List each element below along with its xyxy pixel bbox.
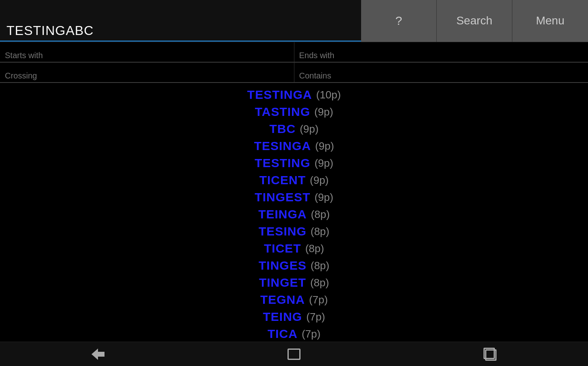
result-word: TEINGA: [258, 207, 307, 221]
help-button[interactable]: ?: [361, 0, 437, 42]
search-input[interactable]: [7, 23, 361, 38]
result-points: (7p): [302, 328, 320, 340]
result-points: (8p): [310, 277, 329, 289]
search-input-wrapper: [0, 0, 361, 41]
result-word: TICENT: [259, 173, 306, 187]
result-points: (8p): [311, 225, 329, 238]
result-points: (9p): [315, 140, 334, 152]
result-word: TESINGA: [254, 139, 311, 153]
result-row[interactable]: TINGEST(9p): [0, 189, 588, 206]
result-word: TESTING: [255, 156, 310, 170]
result-points: (7p): [309, 294, 328, 306]
result-row[interactable]: TESTINGA(10p): [0, 86, 588, 103]
filter-bar2: [0, 63, 588, 83]
result-points: (8p): [305, 242, 324, 255]
result-word: TASTING: [255, 105, 310, 119]
results-container: TESTINGA(10p)TASTING(9p)TBC(9p)TESINGA(9…: [0, 83, 588, 342]
result-row[interactable]: TEINGA(8p): [0, 206, 588, 223]
top-bar: ? Search Menu: [0, 0, 588, 42]
result-row[interactable]: TEING(7p): [0, 308, 588, 325]
result-points: (10p): [316, 89, 341, 101]
result-row[interactable]: TICA(7p): [0, 325, 588, 342]
result-row[interactable]: TINGES(8p): [0, 257, 588, 274]
result-points: (9p): [314, 157, 333, 170]
result-points: (9p): [310, 174, 329, 187]
menu-button[interactable]: Menu: [512, 0, 588, 42]
result-word: TESTINGA: [247, 88, 312, 102]
result-points: (9p): [314, 191, 333, 204]
home-nav-button[interactable]: [278, 344, 310, 364]
result-row[interactable]: TICENT(9p): [0, 172, 588, 189]
result-points: (9p): [314, 106, 333, 118]
result-row[interactable]: TEGNA(7p): [0, 291, 588, 308]
result-row[interactable]: TASTING(9p): [0, 103, 588, 120]
result-word: TINGET: [259, 276, 306, 290]
result-word: TESING: [259, 224, 307, 238]
result-row[interactable]: TESINGA(9p): [0, 137, 588, 155]
result-row[interactable]: TINGET(8p): [0, 274, 588, 291]
contains-input[interactable]: [299, 71, 588, 81]
result-points: (8p): [311, 259, 329, 272]
result-word: TICA: [268, 327, 298, 341]
starts-with-input[interactable]: [5, 51, 294, 60]
result-points: (9p): [300, 123, 318, 135]
result-row[interactable]: TBC(9p): [0, 120, 588, 137]
bottom-nav: [0, 342, 588, 366]
result-word: TICET: [264, 242, 301, 255]
result-word: TEGNA: [260, 293, 305, 307]
result-row[interactable]: TESTING(9p): [0, 155, 588, 172]
recents-nav-button[interactable]: [474, 344, 506, 364]
back-nav-button[interactable]: [82, 344, 114, 364]
result-row[interactable]: TESING(8p): [0, 223, 588, 240]
search-button[interactable]: Search: [437, 0, 512, 42]
svg-rect-1: [97, 352, 105, 357]
result-word: TINGEST: [255, 190, 310, 204]
ends-with-wrapper: [294, 42, 588, 62]
result-word: TBC: [270, 122, 296, 136]
result-points: (7p): [306, 311, 325, 323]
result-word: TEING: [263, 310, 303, 324]
ends-with-input[interactable]: [299, 51, 588, 60]
svg-marker-0: [91, 349, 98, 360]
starts-with-wrapper: [0, 42, 294, 62]
crossing-wrapper: [0, 63, 294, 83]
result-row[interactable]: TICET(8p): [0, 240, 588, 257]
crossing-input[interactable]: [5, 71, 294, 81]
result-word: TINGES: [259, 259, 307, 272]
contains-wrapper: [294, 63, 588, 83]
result-points: (8p): [311, 208, 330, 221]
filter-bar: [0, 42, 588, 63]
